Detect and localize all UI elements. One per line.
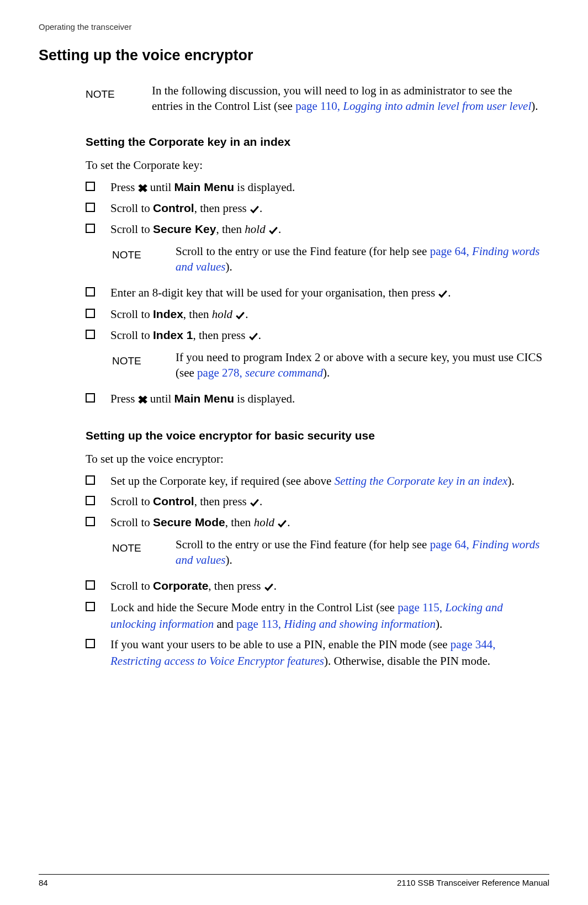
menu-name: Control xyxy=(153,495,194,507)
list-item: Lock and hide the Secure Mode entry in t… xyxy=(86,599,544,633)
step-text: . xyxy=(274,579,277,592)
step-list: Press ✖ until Main Menu is displayed. Sc… xyxy=(86,179,544,239)
step-text: If you want your users to be able to use… xyxy=(110,638,451,651)
checkbox-icon xyxy=(86,475,95,485)
menu-name: Main Menu xyxy=(174,181,235,193)
checkbox-icon xyxy=(86,639,95,648)
list-item: Set up the Corporate key, if required (s… xyxy=(86,473,544,489)
list-item: Enter an 8-digit key that will be used f… xyxy=(86,284,544,302)
note-text: Scroll to the entry or use the Find feat… xyxy=(176,245,430,258)
step-list: Scroll to Corporate, then press . Lock a… xyxy=(86,578,544,669)
checkbox-icon xyxy=(86,309,95,318)
emphasis: hold xyxy=(245,223,265,236)
list-item: Scroll to Secure Key, then hold . xyxy=(86,221,544,239)
list-item: Press ✖ until Main Menu is displayed. xyxy=(86,179,544,197)
list-item: Scroll to Corporate, then press . xyxy=(86,578,544,595)
note-block: NOTE Scroll to the entry or use the Find… xyxy=(112,244,544,275)
step-text: until xyxy=(147,392,174,405)
step-text: ). xyxy=(436,617,442,631)
menu-name: Main Menu xyxy=(174,392,235,405)
step-text: , then press xyxy=(208,579,263,592)
checkbox-icon xyxy=(86,393,95,403)
note-text: ). xyxy=(323,366,330,379)
page-link[interactable]: page 110, xyxy=(295,99,343,113)
note-block: NOTE If you need to program Index 2 or a… xyxy=(112,350,544,381)
intro-text: To set up the voice encryptor: xyxy=(86,452,544,466)
check-icon xyxy=(248,328,258,345)
note-body: Scroll to the entry or use the Find feat… xyxy=(176,537,544,568)
menu-name: Secure Mode xyxy=(153,516,225,528)
emphasis: hold xyxy=(212,308,232,321)
cross-ref-link[interactable]: Hiding and showing information xyxy=(284,617,436,631)
step-text: is displayed. xyxy=(234,181,295,194)
check-icon xyxy=(277,515,287,532)
menu-name: Corporate xyxy=(153,579,208,592)
page-link[interactable]: page 344, xyxy=(451,638,496,651)
cross-ref-link[interactable]: Restricting access to Voice Encryptor fe… xyxy=(110,654,324,668)
step-text: , then xyxy=(216,223,245,236)
step-text: . xyxy=(259,202,262,215)
checkbox-icon xyxy=(86,580,95,590)
checkbox-icon xyxy=(86,287,95,297)
cross-ref-link[interactable]: Logging into admin level from user level xyxy=(343,99,531,113)
list-item: Scroll to Index 1, then press . xyxy=(86,327,544,345)
running-header: Operating the transceiver xyxy=(39,22,549,31)
step-text: Scroll to xyxy=(110,202,153,215)
cross-ref-link[interactable]: secure command xyxy=(245,366,323,379)
step-text: is displayed. xyxy=(234,392,295,405)
note-block: NOTE Scroll to the entry or use the Find… xyxy=(112,537,544,568)
page-link[interactable]: page 64, xyxy=(430,538,472,551)
checkbox-icon xyxy=(86,496,95,505)
menu-name: Control xyxy=(153,202,194,214)
checkbox-icon xyxy=(86,224,95,233)
page-link[interactable]: page 64, xyxy=(430,245,472,258)
page-number: 84 xyxy=(39,878,48,887)
x-icon: ✖ xyxy=(137,392,148,408)
checkbox-icon xyxy=(86,330,95,339)
step-text: until xyxy=(147,181,174,194)
note-block: NOTE In the following discussion, you wi… xyxy=(86,83,544,114)
step-text: Scroll to xyxy=(110,223,153,236)
checkbox-icon xyxy=(86,602,95,611)
list-item: Scroll to Index, then hold . xyxy=(86,306,544,324)
cross-ref-link[interactable]: Setting the Corporate key in an index xyxy=(335,474,508,488)
note-text: ). xyxy=(225,553,232,567)
checkbox-icon xyxy=(86,182,95,191)
step-text: Scroll to xyxy=(110,329,153,342)
note-text: Scroll to the entry or use the Find feat… xyxy=(176,538,430,551)
page-link[interactable]: page 115, xyxy=(398,601,445,614)
menu-name: Index 1 xyxy=(153,329,193,341)
menu-name: Secure Key xyxy=(153,223,216,235)
step-list: Set up the Corporate key, if required (s… xyxy=(86,473,544,532)
step-text: . xyxy=(278,223,281,236)
note-label: NOTE xyxy=(112,244,176,261)
step-text: Press xyxy=(110,392,138,405)
emphasis: hold xyxy=(254,516,274,529)
list-item: Scroll to Control, then press . xyxy=(86,493,544,511)
checkbox-icon xyxy=(86,203,95,212)
step-text: , then press xyxy=(194,202,250,215)
step-text: ). xyxy=(507,474,514,488)
note-label: NOTE xyxy=(112,537,176,554)
page-link[interactable]: page 278, xyxy=(197,366,245,379)
manual-title: 2110 SSB Transceiver Reference Manual xyxy=(397,878,549,887)
sub-heading: Setting up the voice encryptor for basic… xyxy=(86,429,544,442)
note-body: Scroll to the entry or use the Find feat… xyxy=(176,244,544,275)
page-link[interactable]: page 113, xyxy=(236,617,284,631)
note-label: NOTE xyxy=(112,350,176,367)
check-icon xyxy=(268,222,278,239)
step-text: Scroll to xyxy=(110,495,153,508)
list-item: If you want your users to be able to use… xyxy=(86,636,544,670)
step-text: , then xyxy=(183,308,212,321)
step-text: Set up the Corporate key, if required (s… xyxy=(110,474,335,488)
note-text: ). xyxy=(531,99,538,113)
check-icon xyxy=(438,285,448,302)
menu-name: Index xyxy=(153,308,183,320)
list-item: Scroll to Control, then press . xyxy=(86,200,544,218)
check-icon xyxy=(264,579,274,595)
step-text: Scroll to xyxy=(110,308,153,321)
step-text: Scroll to xyxy=(110,516,153,529)
note-body: If you need to program Index 2 or above … xyxy=(176,350,544,381)
check-icon xyxy=(250,201,259,218)
step-text: , then press xyxy=(194,495,250,508)
